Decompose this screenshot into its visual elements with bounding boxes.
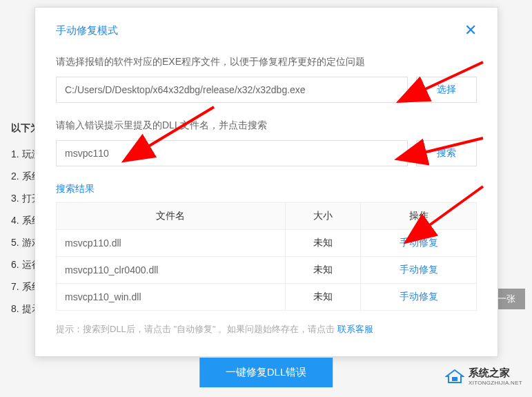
dll-input-row: 搜索 xyxy=(56,140,477,166)
modal-title: 手动修复模式 xyxy=(56,24,118,37)
table-header-row: 文件名 大小 操作 xyxy=(57,203,477,230)
cell-size: 未知 xyxy=(285,230,361,257)
manual-repair-link[interactable]: 手动修复 xyxy=(361,284,477,311)
cell-filename: msvcp110_clr0400.dll xyxy=(57,257,286,284)
modal-header: 手动修复模式 ✕ xyxy=(56,21,477,39)
brand-text: 系统之家 XITONGZHIJIA.NET xyxy=(469,367,522,386)
brand-sub: XITONGZHIJIA.NET xyxy=(469,380,522,386)
cell-filename: msvcp110.dll xyxy=(57,230,286,257)
search-button[interactable]: 搜索 xyxy=(416,140,477,166)
brand-main: 系统之家 xyxy=(469,367,522,380)
table-row: msvcp110.dll 未知 手动修复 xyxy=(57,230,477,257)
exe-path-input[interactable] xyxy=(56,77,408,103)
th-action: 操作 xyxy=(361,203,477,230)
th-filename: 文件名 xyxy=(57,203,286,230)
cell-filename: msvcp110_win.dll xyxy=(57,284,286,311)
th-size: 大小 xyxy=(285,203,361,230)
table-row: msvcp110_clr0400.dll 未知 手动修复 xyxy=(57,257,477,284)
select-button[interactable]: 选择 xyxy=(416,77,477,103)
hint-text: 提示：搜索到DLL后，请点击 "自动修复" 。如果问题始终存在，请点击 联系客服 xyxy=(56,323,477,336)
dll-search-input[interactable] xyxy=(56,140,408,166)
manual-repair-link[interactable]: 手动修复 xyxy=(361,257,477,284)
cell-size: 未知 xyxy=(285,257,361,284)
manual-repair-modal: 手动修复模式 ✕ 请选择报错的软件对应的EXE程序文件，以便于修复程序更好的定位… xyxy=(35,7,498,357)
contact-service-link[interactable]: 联系客服 xyxy=(337,324,373,334)
exe-instruction: 请选择报错的软件对应的EXE程序文件，以便于修复程序更好的定位问题 xyxy=(56,56,477,68)
cell-size: 未知 xyxy=(285,284,361,311)
brand-logo: 系统之家 XITONGZHIJIA.NET xyxy=(445,367,522,386)
svg-rect-5 xyxy=(452,377,457,381)
close-icon[interactable]: ✕ xyxy=(464,21,477,39)
results-title: 搜索结果 xyxy=(56,183,477,195)
manual-repair-link[interactable]: 手动修复 xyxy=(361,230,477,257)
table-row: msvcp110_win.dll 未知 手动修复 xyxy=(57,284,477,311)
hint-prefix: 提示：搜索到DLL后，请点击 "自动修复" 。如果问题始终存在，请点击 xyxy=(56,324,337,334)
one-click-repair-button[interactable]: 一键修复DLL错误 xyxy=(199,358,333,387)
dll-instruction: 请输入错误提示里提及的DLL文件名，并点击搜索 xyxy=(56,119,477,132)
results-table: 文件名 大小 操作 msvcp110.dll 未知 手动修复 msvcp110_… xyxy=(56,202,477,311)
house-icon xyxy=(445,369,464,384)
exe-input-row: 选择 xyxy=(56,77,477,103)
